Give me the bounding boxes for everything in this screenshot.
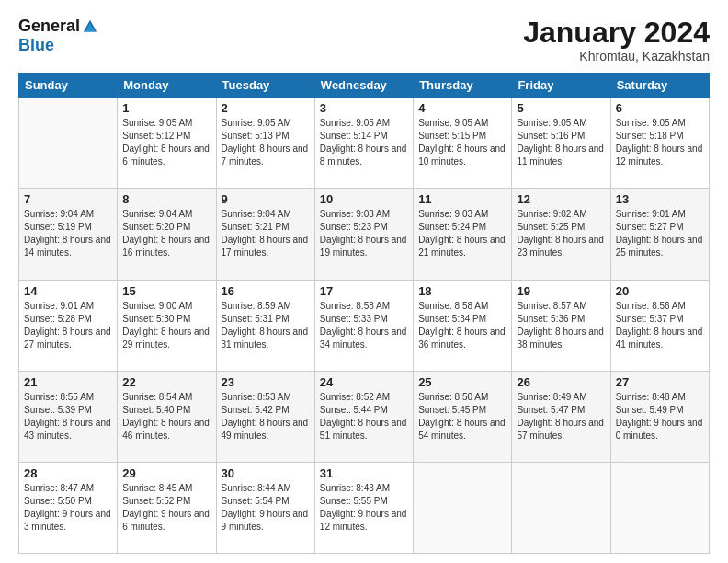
calendar-cell: 12 Sunrise: 9:02 AMSunset: 5:25 PMDaylig…: [512, 189, 610, 280]
day-number: 12: [517, 192, 605, 206]
day-number: 4: [418, 101, 506, 115]
day-number: 16: [222, 284, 310, 298]
calendar-week-row: 28 Sunrise: 8:47 AMSunset: 5:50 PMDaylig…: [19, 462, 710, 553]
calendar-cell: 1 Sunrise: 9:05 AMSunset: 5:12 PMDayligh…: [118, 98, 216, 189]
day-number: 10: [320, 192, 408, 206]
header-friday: Friday: [512, 74, 610, 98]
calendar-cell: 9 Sunrise: 9:04 AMSunset: 5:21 PMDayligh…: [216, 189, 314, 280]
calendar-cell: 19 Sunrise: 8:57 AMSunset: 5:36 PMDaylig…: [512, 280, 610, 371]
day-info: Sunrise: 8:56 AMSunset: 5:37 PMDaylight:…: [616, 301, 703, 350]
calendar-cell: [512, 462, 610, 553]
day-number: 3: [320, 101, 408, 115]
calendar-cell: 11 Sunrise: 9:03 AMSunset: 5:24 PMDaylig…: [414, 189, 512, 280]
day-number: 13: [616, 192, 704, 206]
calendar-cell: 10 Sunrise: 9:03 AMSunset: 5:23 PMDaylig…: [314, 189, 413, 280]
day-number: 6: [616, 101, 704, 115]
day-info: Sunrise: 9:05 AMSunset: 5:16 PMDaylight:…: [517, 118, 604, 167]
day-number: 15: [122, 284, 210, 298]
calendar-cell: 15 Sunrise: 9:00 AMSunset: 5:30 PMDaylig…: [118, 280, 216, 371]
calendar-week-row: 21 Sunrise: 8:55 AMSunset: 5:39 PMDaylig…: [19, 371, 710, 462]
day-info: Sunrise: 9:04 AMSunset: 5:20 PMDaylight:…: [122, 209, 210, 258]
day-info: Sunrise: 9:02 AMSunset: 5:25 PMDaylight:…: [517, 209, 604, 258]
calendar-cell: 7 Sunrise: 9:04 AMSunset: 5:19 PMDayligh…: [19, 189, 118, 280]
calendar-week-row: 7 Sunrise: 9:04 AMSunset: 5:19 PMDayligh…: [19, 189, 710, 280]
day-info: Sunrise: 9:05 AMSunset: 5:15 PMDaylight:…: [418, 118, 506, 167]
calendar-cell: 31 Sunrise: 8:43 AMSunset: 5:55 PMDaylig…: [314, 462, 413, 553]
day-info: Sunrise: 9:05 AMSunset: 5:12 PMDaylight:…: [122, 118, 210, 167]
day-info: Sunrise: 9:00 AMSunset: 5:30 PMDaylight:…: [122, 301, 210, 350]
calendar-cell: 27 Sunrise: 8:48 AMSunset: 5:49 PMDaylig…: [610, 371, 709, 462]
logo-blue-text: Blue: [18, 36, 54, 55]
header-monday: Monday: [118, 74, 216, 98]
calendar-cell: 26 Sunrise: 8:49 AMSunset: 5:47 PMDaylig…: [512, 371, 610, 462]
calendar-cell: 2 Sunrise: 9:05 AMSunset: 5:13 PMDayligh…: [216, 98, 314, 189]
day-info: Sunrise: 9:04 AMSunset: 5:21 PMDaylight:…: [222, 209, 309, 258]
calendar-cell: 5 Sunrise: 9:05 AMSunset: 5:16 PMDayligh…: [512, 98, 610, 189]
day-info: Sunrise: 8:58 AMSunset: 5:33 PMDaylight:…: [320, 301, 407, 350]
calendar-cell: 23 Sunrise: 8:53 AMSunset: 5:42 PMDaylig…: [216, 371, 314, 462]
day-number: 7: [24, 192, 112, 206]
calendar-cell: 25 Sunrise: 8:50 AMSunset: 5:45 PMDaylig…: [414, 371, 512, 462]
header-tuesday: Tuesday: [216, 74, 314, 98]
calendar-cell: 18 Sunrise: 8:58 AMSunset: 5:34 PMDaylig…: [414, 280, 512, 371]
day-number: 18: [418, 284, 506, 298]
day-number: 22: [122, 375, 210, 389]
day-info: Sunrise: 8:53 AMSunset: 5:42 PMDaylight:…: [222, 392, 309, 441]
calendar-cell: [19, 98, 118, 189]
day-info: Sunrise: 8:44 AMSunset: 5:54 PMDaylight:…: [222, 483, 309, 532]
calendar-cell: 21 Sunrise: 8:55 AMSunset: 5:39 PMDaylig…: [19, 371, 118, 462]
calendar-cell: [414, 462, 512, 553]
header-sunday: Sunday: [19, 74, 118, 98]
day-info: Sunrise: 8:52 AMSunset: 5:44 PMDaylight:…: [320, 392, 407, 441]
day-info: Sunrise: 9:04 AMSunset: 5:19 PMDaylight:…: [24, 209, 111, 258]
day-number: 17: [320, 284, 408, 298]
day-number: 14: [24, 284, 112, 298]
day-info: Sunrise: 8:55 AMSunset: 5:39 PMDaylight:…: [24, 392, 111, 441]
day-number: 24: [320, 375, 408, 389]
calendar-cell: 8 Sunrise: 9:04 AMSunset: 5:20 PMDayligh…: [118, 189, 216, 280]
calendar-cell: [610, 462, 709, 553]
calendar-cell: 16 Sunrise: 8:59 AMSunset: 5:31 PMDaylig…: [216, 280, 314, 371]
calendar-cell: 17 Sunrise: 8:58 AMSunset: 5:33 PMDaylig…: [314, 280, 413, 371]
day-number: 26: [517, 375, 605, 389]
day-number: 28: [24, 466, 112, 480]
day-number: 25: [418, 375, 506, 389]
day-number: 30: [222, 466, 310, 480]
header-wednesday: Wednesday: [314, 74, 413, 98]
logo-icon: [82, 18, 98, 35]
day-info: Sunrise: 8:49 AMSunset: 5:47 PMDaylight:…: [517, 392, 604, 441]
day-number: 9: [222, 192, 310, 206]
day-number: 5: [517, 101, 605, 115]
day-info: Sunrise: 8:48 AMSunset: 5:49 PMDaylight:…: [616, 392, 703, 441]
title-block: January 2024 Khromtau, Kazakhstan: [523, 17, 710, 63]
day-info: Sunrise: 8:43 AMSunset: 5:55 PMDaylight:…: [320, 483, 407, 532]
calendar-cell: 3 Sunrise: 9:05 AMSunset: 5:14 PMDayligh…: [314, 98, 413, 189]
day-info: Sunrise: 8:54 AMSunset: 5:40 PMDaylight:…: [122, 392, 210, 441]
calendar-cell: 28 Sunrise: 8:47 AMSunset: 5:50 PMDaylig…: [19, 462, 118, 553]
calendar-table: Sunday Monday Tuesday Wednesday Thursday…: [18, 73, 710, 554]
day-number: 31: [320, 466, 408, 480]
day-info: Sunrise: 8:58 AMSunset: 5:34 PMDaylight:…: [418, 301, 506, 350]
header-saturday: Saturday: [610, 74, 709, 98]
calendar-week-row: 1 Sunrise: 9:05 AMSunset: 5:12 PMDayligh…: [19, 98, 710, 189]
calendar-cell: 20 Sunrise: 8:56 AMSunset: 5:37 PMDaylig…: [610, 280, 709, 371]
day-number: 29: [122, 466, 210, 480]
calendar-cell: 4 Sunrise: 9:05 AMSunset: 5:15 PMDayligh…: [414, 98, 512, 189]
calendar-cell: 14 Sunrise: 9:01 AMSunset: 5:28 PMDaylig…: [19, 280, 118, 371]
day-number: 8: [122, 192, 210, 206]
calendar-cell: 13 Sunrise: 9:01 AMSunset: 5:27 PMDaylig…: [610, 189, 709, 280]
day-number: 2: [222, 101, 310, 115]
logo: General Blue: [18, 17, 98, 55]
day-info: Sunrise: 9:05 AMSunset: 5:13 PMDaylight:…: [222, 118, 309, 167]
calendar-cell: 30 Sunrise: 8:44 AMSunset: 5:54 PMDaylig…: [216, 462, 314, 553]
day-info: Sunrise: 9:05 AMSunset: 5:14 PMDaylight:…: [320, 118, 407, 167]
month-title: January 2024: [523, 17, 710, 49]
calendar-header-row: Sunday Monday Tuesday Wednesday Thursday…: [19, 74, 710, 98]
day-number: 27: [616, 375, 704, 389]
header: General Blue January 2024 Khromtau, Kaza…: [18, 17, 710, 63]
page: General Blue January 2024 Khromtau, Kaza…: [0, 0, 728, 563]
day-info: Sunrise: 8:45 AMSunset: 5:52 PMDaylight:…: [122, 483, 210, 532]
header-thursday: Thursday: [414, 74, 512, 98]
day-number: 19: [517, 284, 605, 298]
calendar-cell: 24 Sunrise: 8:52 AMSunset: 5:44 PMDaylig…: [314, 371, 413, 462]
